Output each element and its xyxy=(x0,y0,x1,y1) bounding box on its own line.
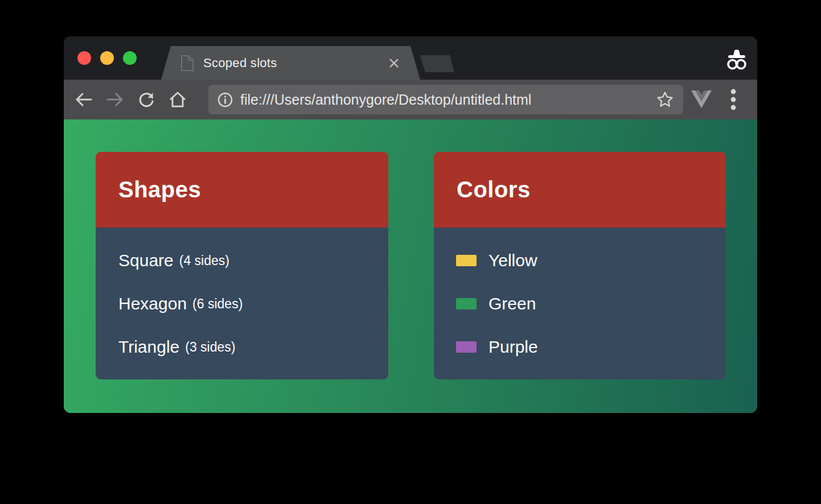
home-button[interactable] xyxy=(165,84,190,115)
color-swatch xyxy=(456,341,477,353)
page-favicon-icon xyxy=(180,55,195,72)
item-name: Square xyxy=(118,251,174,270)
traffic-close-button[interactable] xyxy=(77,51,91,65)
item-name: Green xyxy=(489,294,536,313)
traffic-minimize-button[interactable] xyxy=(100,51,114,65)
shapes-card-title: Shapes xyxy=(118,177,201,203)
colors-card: Colors Yellow Green Purple xyxy=(434,152,726,379)
arrow-left-icon xyxy=(75,91,93,108)
color-swatch xyxy=(456,255,477,266)
colors-card-body: Yellow Green Purple xyxy=(434,228,726,379)
list-item: Yellow xyxy=(434,239,726,282)
item-name: Purple xyxy=(489,337,538,357)
screenshot-stage: Scoped slots xyxy=(0,0,821,504)
close-icon xyxy=(389,58,399,68)
incognito-icon xyxy=(724,48,749,72)
forward-button[interactable] xyxy=(102,84,128,115)
shapes-card-header: Shapes xyxy=(96,152,388,228)
item-detail: (6 sides) xyxy=(192,296,243,312)
shapes-card: Shapes Square (4 sides) Hexagon (6 sides… xyxy=(96,152,388,379)
back-button[interactable] xyxy=(71,84,96,115)
item-name: Triangle xyxy=(118,337,179,357)
tab-strip: Scoped slots xyxy=(64,36,757,80)
home-icon xyxy=(169,91,187,108)
item-name: Yellow xyxy=(489,251,537,270)
arrow-right-icon xyxy=(106,91,124,108)
item-detail: (3 sides) xyxy=(185,340,235,355)
address-bar[interactable]: file:///Users/anthonygore/Desktop/untitl… xyxy=(208,85,683,114)
browser-tab[interactable]: Scoped slots xyxy=(161,46,420,80)
bookmark-button[interactable] xyxy=(654,87,676,112)
color-swatch xyxy=(456,298,477,309)
info-icon[interactable] xyxy=(217,92,233,108)
list-item: Triangle (3 sides) xyxy=(96,325,388,369)
menu-button[interactable] xyxy=(720,84,747,115)
reload-icon xyxy=(137,90,155,109)
kebab-menu-icon xyxy=(730,88,737,111)
shapes-card-body: Square (4 sides) Hexagon (6 sides) Trian… xyxy=(96,228,388,379)
list-item: Hexagon (6 sides) xyxy=(96,282,388,325)
item-name: Hexagon xyxy=(118,294,187,313)
star-icon xyxy=(656,90,674,109)
vue-devtools-button[interactable] xyxy=(688,84,715,115)
item-detail: (4 sides) xyxy=(179,253,229,268)
vue-devtools-icon xyxy=(691,90,712,109)
tab-close-button[interactable] xyxy=(387,56,401,70)
tab-title: Scoped slots xyxy=(203,56,277,71)
list-item: Purple xyxy=(434,325,726,369)
traffic-lights xyxy=(77,51,137,65)
navigation-toolbar: file:///Users/anthonygore/Desktop/untitl… xyxy=(64,80,757,119)
colors-card-title: Colors xyxy=(457,177,531,203)
traffic-zoom-button[interactable] xyxy=(123,51,137,65)
browser-window: Scoped slots xyxy=(64,36,757,413)
reload-button[interactable] xyxy=(134,84,159,115)
new-tab-button[interactable] xyxy=(420,55,454,72)
url-text[interactable]: file:///Users/anthonygore/Desktop/untitl… xyxy=(240,92,654,108)
page-content: Shapes Square (4 sides) Hexagon (6 sides… xyxy=(64,119,757,413)
list-item: Square (4 sides) xyxy=(96,239,388,282)
list-item: Green xyxy=(434,282,726,325)
colors-card-header: Colors xyxy=(434,152,726,228)
